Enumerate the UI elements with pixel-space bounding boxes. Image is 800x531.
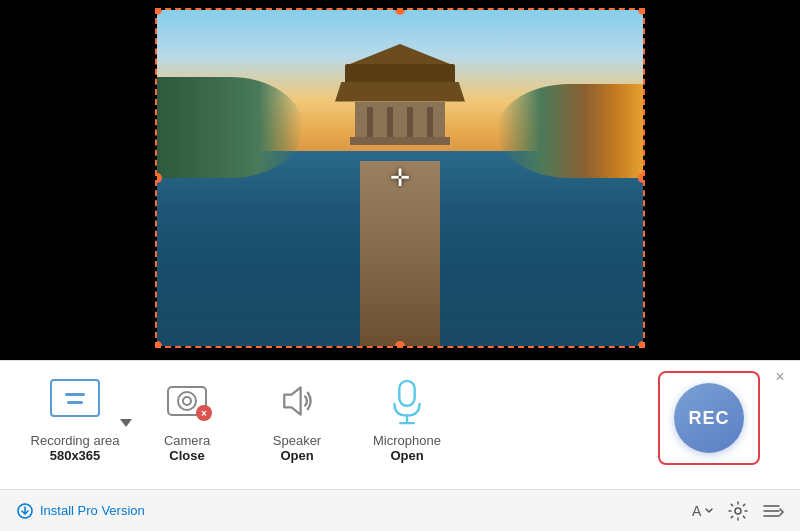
camera-icon: × [164, 383, 210, 419]
camera-label: Camera [164, 433, 210, 448]
settings-button[interactable] [728, 501, 748, 521]
recording-area-dropdown[interactable] [120, 409, 132, 427]
svg-point-6 [735, 508, 741, 514]
install-pro-link[interactable]: Install Pro Version [16, 502, 145, 520]
svg-text:A: A [692, 503, 702, 519]
download-icon [16, 502, 34, 520]
close-button[interactable]: × [770, 367, 790, 387]
controls-row: Recording area 580x365 × Camera Close [0, 361, 800, 471]
status-bar: Install Pro Version A [0, 489, 800, 531]
capture-region[interactable]: ✛ [155, 8, 645, 348]
chevron-down-icon [120, 419, 132, 427]
handle-bottom-left[interactable] [155, 341, 162, 348]
toolbar: × Recording area 580x365 [0, 360, 800, 531]
microphone-value: Open [390, 448, 423, 463]
move-cursor-icon: ✛ [390, 164, 410, 192]
speaker-control[interactable]: Speaker Open [242, 365, 352, 471]
camera-control[interactable]: × Camera Close [132, 365, 242, 471]
speaker-icon-area [269, 373, 325, 429]
microphone-control[interactable]: Microphone Open [352, 365, 462, 471]
camera-icon-area: × [159, 373, 215, 429]
microphone-label: Microphone [373, 433, 441, 448]
handle-bottom-center[interactable] [395, 341, 405, 348]
rec-label: REC [688, 408, 729, 429]
svg-rect-0 [399, 381, 414, 406]
install-pro-text: Install Pro Version [40, 503, 145, 518]
recording-area-icon-area [47, 373, 103, 429]
menu-button[interactable] [762, 501, 784, 521]
speaker-value: Open [280, 448, 313, 463]
speaker-label: Speaker [273, 433, 321, 448]
speaker-icon [275, 381, 319, 421]
handle-bottom-right[interactable] [638, 341, 645, 348]
rec-container: REC [658, 371, 760, 465]
recording-area-icon [48, 379, 102, 423]
camera-x-badge: × [196, 405, 212, 421]
recording-area-control[interactable]: Recording area 580x365 [20, 365, 130, 471]
rec-button[interactable]: REC [674, 383, 744, 453]
handle-middle-right[interactable] [638, 173, 645, 183]
recording-area-value: 580x365 [50, 448, 101, 463]
microphone-icon-area [379, 373, 435, 429]
camera-value: Close [169, 448, 204, 463]
microphone-icon [388, 377, 426, 425]
recording-area-label: Recording area [31, 433, 120, 448]
status-right: A [690, 501, 784, 521]
preview-area: ✛ [0, 0, 800, 360]
text-style-button[interactable]: A [690, 501, 714, 521]
handle-top-right[interactable] [638, 8, 645, 15]
